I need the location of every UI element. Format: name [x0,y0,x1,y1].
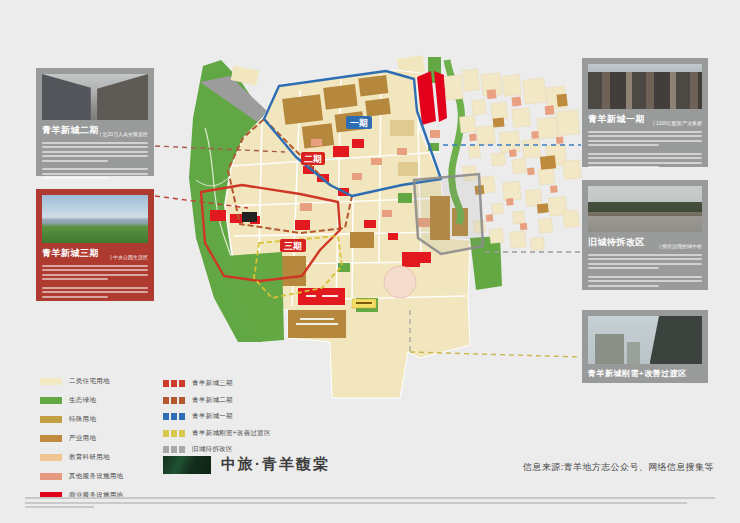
body-text-placeholder [588,131,702,168]
body-text-placeholder [42,265,148,298]
card-title: 青羊新城二期 [42,124,99,137]
logo-text: 中旅·青羊馥棠 [221,455,330,474]
legend-label: 生态绿地 [69,396,96,405]
card-title: 青羊新城一期 [588,113,645,126]
photo-phase3 [42,195,148,243]
source-note: 信息来源:青羊地方志公众号、网络信息搜集等 [523,461,714,474]
legend-label: 其他服务设施用地 [69,472,123,481]
legend-swatch-dashed [163,446,185,453]
legend-label: 青羊新城一期 [192,412,233,421]
brand-logo: 中旅·青羊馥棠 [163,455,330,474]
legend-swatch-dashed [163,397,185,404]
legend-swatch [40,473,62,480]
legend-swatch [40,397,62,404]
card-phase3: 青羊新城三期 | 中央公园生活区 [36,189,154,301]
card-phase2: 青羊新城二期 | 近20万人高密聚居区 [36,68,154,176]
park-circle [384,266,416,298]
card-phase1: 青羊新城一期 | 1000亿配套产业集群 [582,58,708,167]
poster: { "map": { "labels": { "phase1": "一期", "… [0,0,740,523]
legend-swatch [40,435,62,442]
disclaimer-placeholder [25,497,715,511]
card-subtitle: | 亟待治理的城中村 [659,243,702,249]
photo-oldtown [588,186,702,232]
card-transition: 青羊新城刚需+改善过渡区 [582,310,708,383]
legend-label: 特殊用地 [69,415,96,424]
card-subtitle: | 1000亿配套产业集群 [653,120,702,126]
legend-swatch [40,416,62,423]
legend-label: 青羊新城二期 [192,396,233,405]
legend-label: 青羊新城三期 [192,379,233,388]
card-title: 青羊新城刚需+改善过渡区 [588,368,687,379]
legend-landuse: 二类住宅用地 生态绿地 特殊用地 产业用地 教育科研用地 其他服务设施用地 商业… [40,377,123,500]
legend-label: 旧城待拆改区 [192,445,233,454]
school-label [352,299,376,308]
body-text-placeholder [588,254,702,287]
legend-boundaries: 青羊新城三期 青羊新城二期 青羊新城一期 青羊新城刚需+改善过渡区 旧城待拆改区 [163,379,271,454]
legend-label: 青羊新城刚需+改善过渡区 [192,429,271,438]
logo-image [163,456,211,474]
card-subtitle: | 近20万人高密聚居区 [100,131,148,137]
phase3-label: 三期 [284,241,302,251]
legend-swatch-dashed [163,413,185,420]
banner-text-hints [306,295,338,297]
phase2-label: 二期 [304,154,322,164]
photo-transition [588,316,702,364]
card-oldtown: 旧城待拆改区 | 亟待治理的城中村 [582,180,708,290]
legend-swatch-dashed [163,380,185,387]
black-parcel [242,212,257,222]
legend-swatch [40,454,62,461]
card-subtitle: | 中央公园生活区 [110,254,148,260]
legend-label: 二类住宅用地 [69,377,110,386]
photo-phase1 [588,64,702,109]
legend-label: 教育科研用地 [69,453,110,462]
legend-swatch [40,378,62,385]
photo-phase2 [42,74,148,120]
card-title: 青羊新城三期 [42,247,99,260]
card-title: 旧城待拆改区 [588,236,645,249]
phase1-label: 一期 [350,118,368,128]
body-text-placeholder [42,142,148,179]
boundary-oldtown [414,174,483,254]
legend-label: 产业用地 [69,434,96,443]
legend-swatch-dashed [163,430,185,437]
